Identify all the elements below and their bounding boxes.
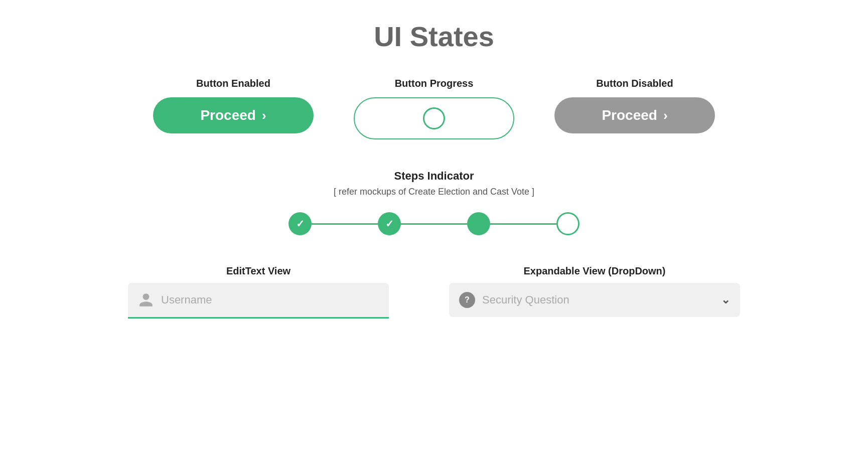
question-icon: ? [459,292,475,308]
chevron-down-icon: ⌄ [721,293,730,307]
form-row: EditText View Username Expandable View (… [83,265,785,319]
steps-indicator: ✓ ✓ [288,212,580,235]
user-icon [138,292,154,308]
page-title: UI States [374,20,494,53]
progress-circle [423,107,445,129]
steps-section: Steps Indicator [ refer mockups of Creat… [10,170,858,235]
step-line-1 [312,223,378,225]
step-3-node [467,212,490,235]
expandable-group: Expandable View (DropDown) ? Security Qu… [449,265,740,317]
proceed-enabled-button[interactable]: Proceed › [153,97,314,133]
steps-subtitle: [ refer mockups of Create Election and C… [334,187,534,197]
step-1-node: ✓ [288,212,312,235]
edit-text-label: EditText View [226,265,291,277]
button-row: Button Enabled Proceed › Button Progress… [83,78,785,139]
steps-title: Steps Indicator [394,170,474,183]
security-question-placeholder: Security Question [482,293,714,307]
edit-text-group: EditText View Username [128,265,389,319]
proceed-disabled-button: Proceed › [554,97,715,133]
progress-button [354,97,514,139]
username-input-container[interactable]: Username [128,283,389,319]
button-enabled-group: Button Enabled Proceed › [153,78,314,133]
step-2-check: ✓ [385,218,394,230]
proceed-enabled-text: Proceed [200,107,256,123]
button-progress-group: Button Progress [354,78,514,139]
step-4-node [556,212,580,235]
button-disabled-label: Button Disabled [596,78,673,89]
security-question-dropdown[interactable]: ? Security Question ⌄ [449,283,740,317]
proceed-disabled-text: Proceed [602,107,657,123]
step-line-3 [490,223,556,225]
step-line-2 [401,223,467,225]
step-2-node: ✓ [378,212,401,235]
username-placeholder: Username [161,293,212,307]
button-disabled-group: Button Disabled Proceed › [554,78,715,133]
proceed-enabled-chevron: › [262,108,266,123]
expandable-label: Expandable View (DropDown) [524,265,666,277]
button-progress-label: Button Progress [395,78,474,89]
proceed-disabled-chevron: › [663,108,668,123]
button-enabled-label: Button Enabled [196,78,270,89]
step-1-check: ✓ [296,218,305,230]
